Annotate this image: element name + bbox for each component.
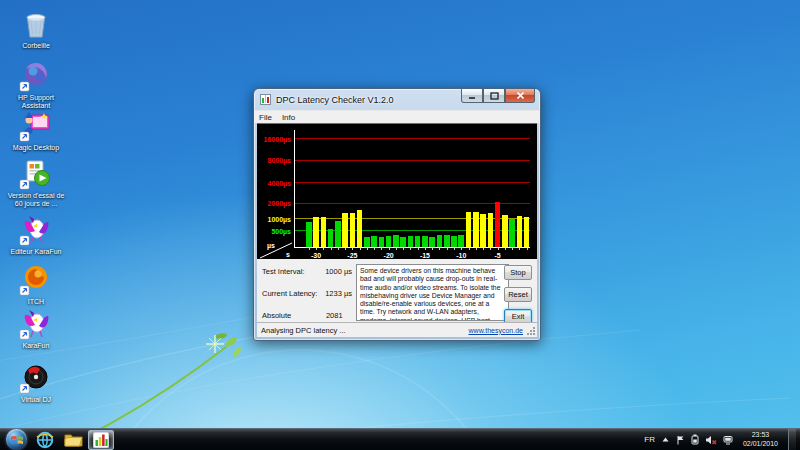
taskbar-item-dpc-latency-checker[interactable] [88, 430, 114, 450]
axis-tick [338, 248, 339, 250]
chevron-up-icon[interactable] [661, 435, 670, 444]
axis-tick [316, 248, 317, 250]
axis-tick [476, 248, 477, 250]
desktop-icon-editeur-karafun[interactable]: Editeur KaraFun [4, 214, 68, 256]
taskbar-item-windows-explorer[interactable] [60, 430, 86, 450]
network-icon[interactable] [723, 435, 733, 445]
stat-row: Test Interval:1000 µs [262, 267, 352, 276]
x-axis-label: -20 [384, 252, 394, 259]
latency-bar [473, 212, 479, 247]
latency-bar [437, 235, 443, 247]
axis-tick [432, 248, 433, 250]
desktop-icon-trial-60-days[interactable]: Version d'essai de 60 jours de ... [4, 158, 68, 208]
axis-tick [454, 248, 455, 250]
app-icon [260, 94, 271, 105]
menu-item-file[interactable]: File [259, 113, 272, 122]
y-axis-label: 1000µs [257, 216, 291, 223]
language-indicator[interactable]: FR [644, 435, 655, 444]
axis-tick [396, 248, 397, 250]
axis-tick [461, 248, 462, 250]
axis-tick [410, 248, 411, 250]
battery-icon[interactable] [691, 434, 699, 445]
axis-tick [498, 248, 499, 250]
axis-tick [483, 248, 484, 250]
window-titlebar[interactable]: DPC Latency Checker V1.2.0 [254, 89, 540, 110]
latency-bar [313, 217, 319, 247]
desktop: CorbeilleHP Support AssistantMagic Deskt… [0, 0, 800, 450]
axis-tick [512, 248, 513, 250]
latency-bar [444, 235, 450, 247]
latency-bar [488, 213, 494, 247]
latency-bar [357, 210, 363, 247]
show-desktop-button[interactable] [788, 429, 796, 450]
x-axis-label: -5 [494, 252, 500, 259]
start-button[interactable] [6, 429, 27, 450]
latency-bar [524, 217, 530, 247]
trial-60-days-icon [19, 158, 53, 190]
x-axis-line [294, 247, 530, 248]
system-tray: FR 23:53 02/01/2010 [644, 429, 800, 450]
maximize-button[interactable] [483, 89, 505, 103]
latency-bar [451, 236, 457, 247]
close-button[interactable] [505, 89, 535, 103]
latency-bar [415, 236, 421, 247]
latency-bar [422, 236, 428, 247]
menu-item-info[interactable]: Info [282, 113, 295, 122]
axis-tick [345, 248, 346, 250]
desktop-icon-itch[interactable]: ITCH [4, 264, 68, 306]
desktop-icon-hp-support-assistant[interactable]: HP Support Assistant [4, 60, 68, 110]
stat-row: Current Latency:1233 µs [262, 289, 352, 298]
latency-chart: 500µs1000µs2000µs4000µs8000µs16000µs -30… [257, 123, 537, 259]
axis-tick [360, 248, 361, 250]
axis-tick [469, 248, 470, 250]
y-axis-label: 500µs [257, 228, 291, 235]
maximize-icon [491, 93, 498, 99]
desktop-icon-label: Virtual DJ [4, 396, 68, 404]
y-unit-label: µs [267, 242, 275, 249]
latency-bar [328, 229, 334, 247]
stat-label: Test Interval: [262, 267, 305, 276]
info-panel: Test Interval:1000 µsCurrent Latency:123… [257, 259, 537, 326]
desktop-icon-virtual-dj[interactable]: Virtual DJ [4, 362, 68, 404]
flag-icon[interactable] [676, 435, 685, 445]
axis-tick [389, 248, 390, 250]
latency-bar [502, 215, 508, 247]
close-icon [516, 91, 525, 100]
clock[interactable]: 23:53 02/01/2010 [743, 431, 782, 449]
axis-tick [490, 248, 491, 250]
status-bar: Analysing DPC latency ... www.thesycon.d… [257, 322, 537, 337]
volume-muted-icon[interactable] [705, 435, 717, 445]
magic-desktop-icon [19, 110, 53, 142]
y-axis-label: 8000µs [257, 157, 291, 164]
latency-bar [306, 222, 312, 247]
window-title: DPC Latency Checker V1.2.0 [276, 95, 394, 105]
reset-button[interactable]: Reset [504, 287, 532, 302]
resize-grip[interactable] [526, 326, 536, 336]
thesycon-link[interactable]: www.thesycon.de [469, 327, 523, 334]
stat-label: Current Latency: [262, 289, 317, 298]
y-axis-label: 16000µs [257, 136, 291, 143]
axis-tick [425, 248, 426, 250]
desktop-icon-recycle-bin[interactable]: Corbeille [4, 8, 68, 50]
axis-tick [309, 248, 310, 250]
stop-button[interactable]: Stop [504, 265, 532, 280]
desktop-icon-label: Corbeille [4, 42, 68, 50]
desktop-icon-label: HP Support Assistant [4, 94, 68, 110]
latency-bar [400, 237, 406, 247]
latency-bar [386, 236, 392, 247]
axis-tick [323, 248, 324, 250]
latency-bar [364, 237, 370, 247]
x-axis-label: -30 [311, 252, 321, 259]
taskbar-item-internet-explorer[interactable] [32, 430, 58, 450]
desktop-icon-label: Magic Desktop [4, 144, 68, 152]
latency-bar [480, 214, 486, 247]
y-axis-label: 4000µs [257, 180, 291, 187]
axis-tick [418, 248, 419, 250]
desktop-icon-karafun[interactable]: KaraFun [4, 308, 68, 350]
clock-date: 02/01/2010 [743, 440, 778, 449]
desktop-icon-magic-desktop[interactable]: Magic Desktop [4, 110, 68, 152]
y-axis-label: 2000µs [257, 200, 291, 207]
x-axis-label: -25 [347, 252, 357, 259]
minimize-button[interactable] [461, 89, 483, 103]
desktop-icon-label: ITCH [4, 298, 68, 306]
